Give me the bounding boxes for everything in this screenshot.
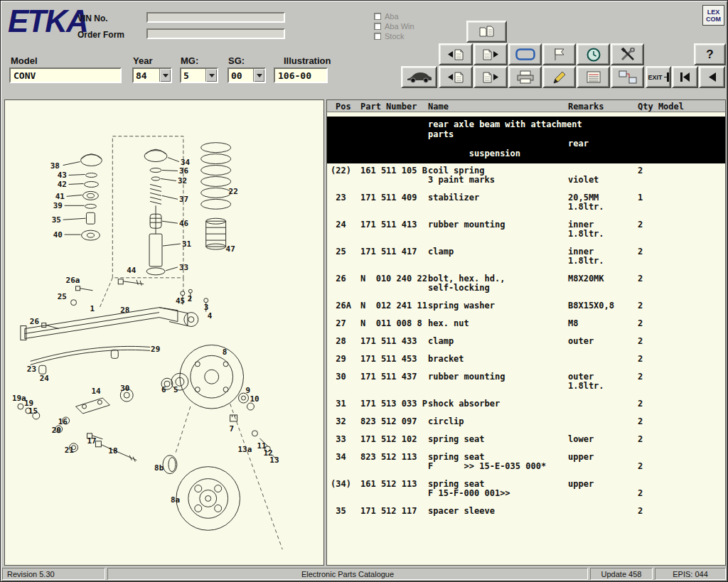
diagram-callout[interactable]: 4 — [208, 311, 213, 320]
table-row[interactable]: 24171 511 413rubber mountinginner 1.8ltr… — [327, 220, 725, 239]
diagram-callout[interactable]: 31 — [182, 239, 192, 249]
table-row[interactable]: 33171 512 102spring seatlower2 — [327, 435, 725, 444]
diagram-callout[interactable]: 2 — [188, 294, 193, 303]
year-dropdown-button[interactable] — [159, 69, 171, 82]
table-row[interactable]: 35171 512 117spacer sleeve2 — [327, 507, 725, 516]
diagram-callout[interactable]: 43 — [58, 171, 67, 180]
prev-illustration-button[interactable] — [439, 43, 473, 65]
window-button[interactable] — [508, 43, 542, 65]
exit-button[interactable]: EXIT — [646, 66, 671, 88]
table-row[interactable]: 27N 011 008 8hex. nutM82 — [327, 319, 725, 328]
diagram-callout[interactable]: 21 — [65, 446, 75, 455]
table-row[interactable]: 28171 511 433clampouter2 — [327, 337, 725, 346]
diagram-callout[interactable]: 38 — [50, 161, 60, 171]
table-row[interactable]: 30171 511 437rubber mountingouter 1.8ltr… — [327, 372, 725, 391]
checkbox-icon[interactable] — [374, 23, 381, 30]
table-row[interactable]: 26N 010 240 22bolt, hex. hd., self-locki… — [327, 274, 725, 293]
data-transfer-button[interactable] — [611, 66, 644, 88]
mg-select[interactable]: 5 — [180, 68, 218, 83]
diagram-callout[interactable]: 13 — [269, 456, 279, 465]
next-group-button[interactable] — [473, 66, 508, 88]
diagram-callout[interactable]: 6 — [161, 385, 166, 394]
tools-button[interactable] — [611, 43, 644, 65]
table-row[interactable]: 29171 511 453bracket2 — [327, 355, 725, 364]
prev-group-button[interactable] — [439, 66, 473, 88]
checkbox-icon[interactable] — [374, 33, 381, 40]
diagram-callout[interactable]: 26 — [30, 317, 39, 326]
sg-dropdown-button[interactable] — [253, 69, 264, 82]
year-select[interactable]: 84 — [132, 68, 172, 83]
section-title-block: rear axle beam with attachment parts sus… — [327, 117, 725, 163]
table-row[interactable]: (34)161 512 113spring seat F 15-F-000 00… — [327, 480, 725, 498]
diagram-callout[interactable]: 15 — [28, 406, 38, 416]
checkbox-aba[interactable]: Aba — [374, 11, 414, 21]
illustration-input[interactable] — [274, 68, 328, 83]
diagram-callout[interactable]: 25 — [58, 292, 67, 301]
diagram-callout[interactable]: 17 — [87, 436, 96, 446]
vin-input[interactable] — [146, 12, 285, 23]
print-button[interactable] — [508, 66, 542, 88]
first-page-button[interactable] — [672, 66, 698, 88]
table-row[interactable]: 25171 511 417clampinner 1.8ltr.2 — [327, 247, 725, 266]
diagram-callout[interactable]: 7 — [230, 424, 235, 433]
diagram-callout[interactable]: 8b — [154, 463, 164, 473]
diagram-callout[interactable]: 34 — [181, 158, 191, 167]
table-row[interactable]: 34823 512 113spring seat F >> 15-E-035 0… — [327, 453, 725, 471]
diagram-callout[interactable]: 24 — [40, 374, 50, 383]
clock-button[interactable] — [577, 43, 610, 65]
diagram-callout[interactable]: 40 — [53, 230, 63, 239]
diagram-callout[interactable]: 8 — [223, 347, 228, 357]
diagram-callout[interactable]: 39 — [53, 201, 63, 210]
order-form-input[interactable] — [146, 28, 285, 39]
diagram-callout[interactable]: 47 — [226, 244, 235, 254]
diagram-callout[interactable]: 26a — [66, 276, 80, 285]
table-row[interactable]: (22)161 511 105 Bcoil spring 3 paint mar… — [327, 166, 725, 185]
diagram-callout[interactable]: 30 — [120, 384, 129, 393]
diagram-callout[interactable]: 5 — [173, 385, 178, 394]
diagram-callout[interactable]: 22 — [229, 187, 238, 196]
diagram-callout[interactable]: 33 — [179, 263, 188, 272]
sg-select[interactable]: 00 — [228, 68, 266, 83]
back-button[interactable] — [699, 66, 725, 88]
diagram-callout[interactable]: 14 — [91, 387, 101, 396]
price-list-button[interactable] — [577, 66, 610, 88]
table-row[interactable]: 32823 512 097circlip2 — [327, 417, 725, 426]
table-row[interactable]: 23171 511 409stabilizer20,5MM 1.8ltr.1 — [327, 193, 725, 212]
diagram-callout[interactable]: 18 — [108, 446, 117, 456]
note-button[interactable] — [542, 43, 576, 65]
diagram-callout[interactable]: 35 — [52, 215, 61, 225]
diagram-callout[interactable]: 44 — [127, 266, 136, 275]
chevron-down-icon — [209, 74, 215, 80]
diagram-callout[interactable]: 10 — [250, 394, 259, 404]
diagram-callout[interactable]: 29 — [151, 345, 160, 354]
diagram-callout[interactable]: 45 — [176, 296, 185, 306]
diagram-callout[interactable]: 36 — [179, 166, 188, 176]
documents-button[interactable] — [466, 21, 507, 43]
table-row[interactable]: 31171 513 033 Pshock absorber2 — [327, 399, 725, 409]
diagram-callout[interactable]: 13a — [238, 445, 252, 454]
diagram-callout[interactable]: 1 — [90, 304, 95, 313]
diagram-callout[interactable]: 41 — [55, 192, 65, 201]
mg-dropdown-button[interactable] — [205, 69, 217, 82]
diagram-callout[interactable]: 8a — [171, 495, 180, 505]
diagram-callout[interactable]: 20 — [52, 426, 61, 435]
diagram-callout[interactable]: 37 — [179, 195, 188, 204]
diagram-callout[interactable]: 32 — [178, 176, 187, 185]
illustration-panel[interactable]: 384342413935403436323746313322474426a251… — [4, 99, 324, 566]
help-button[interactable]: ? — [694, 43, 726, 65]
diagram-callout[interactable]: 28 — [120, 306, 129, 315]
skip-first-icon — [680, 72, 690, 82]
next-illustration-button[interactable] — [473, 43, 508, 65]
checkbox-icon[interactable] — [374, 13, 381, 20]
diagram-callout[interactable]: 42 — [58, 180, 67, 189]
exploded-parts-diagram[interactable]: 384342413935403436323746313322474426a251… — [5, 100, 323, 565]
checkbox-stock[interactable]: Stock — [374, 31, 414, 41]
edit-button[interactable] — [542, 66, 576, 88]
cell-name: rubber mounting — [428, 372, 568, 391]
model-input[interactable] — [9, 68, 122, 83]
diagram-callout[interactable]: 23 — [27, 365, 36, 374]
car-button[interactable] — [401, 66, 437, 88]
diagram-callout[interactable]: 46 — [179, 219, 188, 228]
checkbox-aba-win[interactable]: Aba Win — [374, 21, 414, 31]
table-row[interactable]: 26AN 012 241 11spring washerB8X15X0,82 — [327, 301, 725, 311]
